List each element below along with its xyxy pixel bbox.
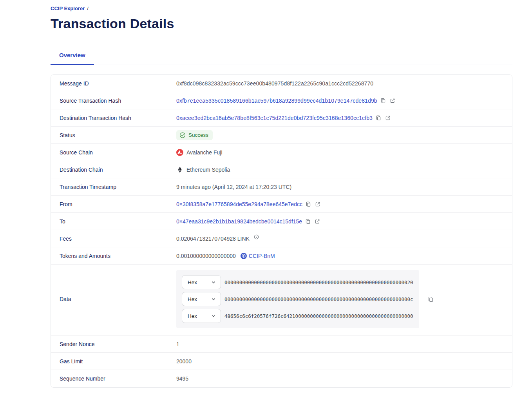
- tab-bar: Overview: [51, 48, 512, 65]
- hex-format-value: Hex: [188, 279, 197, 285]
- tab-overview[interactable]: Overview: [51, 48, 94, 65]
- breadcrumb-separator: /: [87, 5, 89, 11]
- timestamp-value: 9 minutes ago (April 12, 2024 at 17:20:2…: [176, 184, 291, 190]
- hex-format-select[interactable]: Hex: [182, 275, 221, 289]
- ccip-bnm-token-icon: [241, 253, 247, 259]
- copy-icon[interactable]: [380, 98, 386, 103]
- row-source-chain: Source Chain Avalanche Fuji: [51, 144, 512, 161]
- hex-format-select[interactable]: Hex: [182, 292, 221, 306]
- row-status: Status Success: [51, 127, 512, 144]
- breadcrumb: CCIP Explorer /: [51, 5, 512, 11]
- status-label: Status: [60, 132, 176, 138]
- external-link-icon[interactable]: [315, 219, 320, 224]
- transaction-details-card: Message ID 0xf8dc098c832332ac59ccc73ee00…: [51, 74, 512, 388]
- sender-nonce-value: 1: [176, 341, 179, 347]
- to-label: To: [60, 218, 176, 225]
- chevron-down-icon: [211, 314, 216, 318]
- source-chain-label: Source Chain: [60, 149, 176, 156]
- check-circle-icon: [179, 132, 186, 138]
- row-data: Data Hex 0000000000000000000000000000000…: [51, 265, 512, 336]
- timestamp-label: Transaction Timestamp: [60, 184, 176, 190]
- source-tx-hash-label: Source Transaction Hash: [60, 98, 176, 104]
- transaction-details-page: CCIP Explorer / Transaction Details Over…: [0, 0, 532, 388]
- from-address-link[interactable]: 0×30f8358a7e17765894de55e294a78ee645e7ed…: [176, 201, 302, 207]
- fees-label: Fees: [60, 236, 176, 242]
- page-title: Transaction Details: [51, 16, 512, 31]
- fees-value: 0.020647132170704928 LINK: [176, 236, 250, 242]
- hex-format-select[interactable]: Hex: [182, 309, 221, 323]
- sender-nonce-label: Sender Nonce: [60, 341, 176, 347]
- chevron-down-icon: [211, 280, 216, 285]
- hex-format-value: Hex: [188, 313, 197, 319]
- gas-limit-label: Gas Limit: [60, 358, 176, 365]
- dest-tx-hash-label: Destination Transaction Hash: [60, 115, 176, 121]
- row-source-tx-hash: Source Transaction Hash 0xfb7e1eea5335c0…: [51, 92, 512, 109]
- copy-icon[interactable]: [376, 115, 381, 121]
- data-line: Hex 000000000000000000000000000000000000…: [182, 275, 414, 289]
- row-tokens-amounts: Tokens and Amounts 0.001000000000000000 …: [51, 247, 512, 265]
- external-link-icon[interactable]: [390, 98, 395, 103]
- data-hex-box: Hex 000000000000000000000000000000000000…: [176, 270, 419, 328]
- gas-limit-value: 20000: [176, 358, 192, 365]
- breadcrumb-link-ccip-explorer[interactable]: CCIP Explorer: [51, 5, 85, 11]
- message-id-label: Message ID: [60, 80, 176, 87]
- row-dest-tx-hash: Destination Transaction Hash 0xacee3ed2b…: [51, 109, 512, 127]
- source-chain-value: Avalanche Fuji: [186, 149, 223, 156]
- row-gas-limit: Gas Limit 20000: [51, 353, 512, 370]
- dest-chain-label: Destination Chain: [60, 167, 176, 173]
- data-hex-line-3: 48656c6c6f20576f726c64210000000000000000…: [224, 313, 413, 319]
- copy-icon[interactable]: [306, 201, 311, 207]
- row-dest-chain: Destination Chain Ethereum Sepolia: [51, 161, 512, 178]
- row-message-id: Message ID 0xf8dc098c832332ac59ccc73ee00…: [51, 75, 512, 92]
- ethereum-icon: [176, 166, 183, 173]
- from-label: From: [60, 201, 176, 207]
- data-hex-line-2: 0000000000000000000000000000000000000000…: [224, 296, 413, 302]
- token-link-text: CCIP-BnM: [249, 253, 275, 259]
- avalanche-icon: [176, 149, 183, 156]
- dest-tx-hash-link[interactable]: 0xacee3ed2bca16ab5e78be8f563c1c75d221de0…: [176, 115, 373, 121]
- row-fees: Fees 0.020647132170704928 LINK: [51, 230, 512, 247]
- info-icon[interactable]: [254, 234, 259, 239]
- row-sequence-number: Sequence Number 9495: [51, 370, 512, 387]
- row-from: From 0×30f8358a7e17765894de55e294a78ee64…: [51, 196, 512, 213]
- tokens-amounts-label: Tokens and Amounts: [60, 253, 176, 259]
- row-sender-nonce: Sender Nonce 1: [51, 336, 512, 353]
- dest-chain-value: Ethereum Sepolia: [186, 167, 230, 173]
- message-id-value: 0xf8dc098c832332ac59ccc73ee00b480975d8f1…: [176, 80, 373, 87]
- data-label: Data: [60, 296, 176, 302]
- token-link[interactable]: CCIP-BnM: [241, 253, 275, 259]
- external-link-icon[interactable]: [315, 201, 320, 207]
- copy-icon[interactable]: [428, 296, 434, 302]
- sequence-number-value: 9495: [176, 375, 188, 382]
- external-link-icon[interactable]: [385, 115, 391, 121]
- data-hex-line-1: 0000000000000000000000000000000000000000…: [224, 279, 413, 285]
- copy-icon[interactable]: [305, 219, 311, 224]
- hex-format-value: Hex: [188, 296, 197, 302]
- to-address-link[interactable]: 0×47eaa31c9e2b1b1ba19824bedcbe0014c15df1…: [176, 218, 302, 225]
- data-line: Hex 000000000000000000000000000000000000…: [182, 292, 414, 306]
- source-tx-hash-link[interactable]: 0xfb7e1eea5335c018589166b1ac597b618a9289…: [176, 98, 377, 104]
- status-badge: Success: [176, 130, 213, 140]
- chevron-down-icon: [211, 297, 216, 301]
- row-timestamp: Transaction Timestamp 9 minutes ago (Apr…: [51, 178, 512, 196]
- status-badge-text: Success: [188, 132, 208, 138]
- data-line: Hex 48656c6c6f20576f726c6421000000000000…: [182, 309, 414, 323]
- token-amount: 0.001000000000000000: [176, 253, 236, 259]
- sequence-number-label: Sequence Number: [60, 375, 176, 382]
- row-to: To 0×47eaa31c9e2b1b1ba19824bedcbe0014c15…: [51, 213, 512, 230]
